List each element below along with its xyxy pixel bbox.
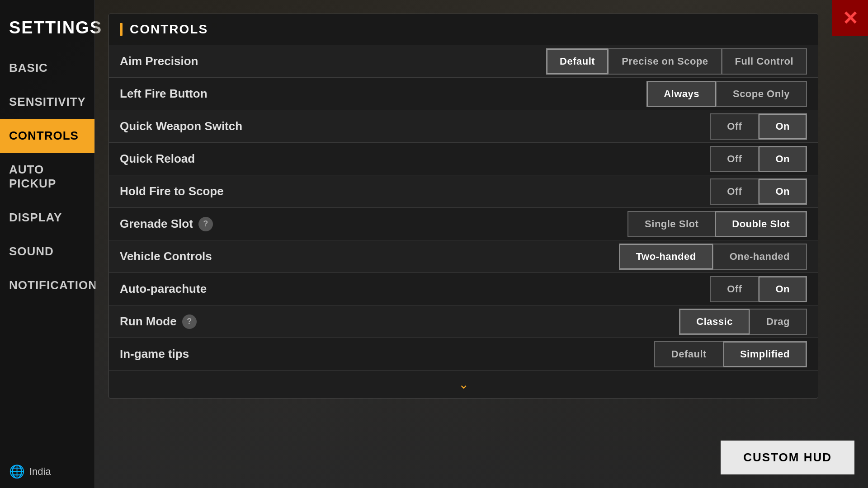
setting-label-run-mode: Run Mode? [120, 314, 679, 329]
panel-header: CONTROLS [109, 14, 818, 45]
sidebar-item-auto-pickup[interactable]: AUTO PICKUP [0, 153, 94, 201]
chevron-down-icon: ⌄ [458, 377, 469, 392]
settings-panel: CONTROLS Aim PrecisionDefaultPrecise on … [108, 14, 818, 399]
sidebar-item-basic[interactable]: BASIC [0, 51, 94, 85]
toggle-btn-hold-fire-to-scope-0[interactable]: Off [710, 178, 759, 205]
setting-row-vehicle-controls: Vehicle ControlsTwo-handedOne-handed [109, 240, 818, 273]
close-button[interactable]: ✕ [832, 0, 868, 36]
toggle-btn-left-fire-button-0[interactable]: Always [646, 81, 716, 107]
setting-row-quick-weapon-switch: Quick Weapon SwitchOffOn [109, 110, 818, 143]
sidebar: SETTINGS BASICSENSITIVITYCONTROLSAUTO PI… [0, 0, 95, 488]
toggle-btn-auto-parachute-1[interactable]: On [759, 276, 807, 302]
setting-row-hold-fire-to-scope: Hold Fire to ScopeOffOn [109, 175, 818, 208]
panel-title: CONTROLS [130, 22, 208, 37]
toggle-btn-auto-parachute-0[interactable]: Off [710, 276, 759, 302]
toggle-group-vehicle-controls: Two-handedOne-handed [619, 244, 807, 270]
settings-list: Aim PrecisionDefaultPrecise on ScopeFull… [109, 45, 818, 371]
toggle-btn-aim-precision-2[interactable]: Full Control [722, 48, 807, 75]
toggle-btn-quick-weapon-switch-0[interactable]: Off [710, 113, 759, 140]
help-icon-grenade-slot[interactable]: ? [198, 217, 213, 231]
setting-row-run-mode: Run Mode?ClassicDrag [109, 305, 818, 338]
setting-label-auto-parachute: Auto-parachute [120, 282, 710, 296]
settings-title: SETTINGS [0, 9, 94, 51]
close-icon: ✕ [842, 7, 858, 29]
sidebar-item-display[interactable]: DISPLAY [0, 201, 94, 235]
toggle-group-left-fire-button: AlwaysScope Only [646, 81, 807, 107]
setting-label-quick-weapon-switch: Quick Weapon Switch [120, 119, 710, 133]
header-indicator [120, 23, 123, 36]
custom-hud-button[interactable]: CUSTOM HUD [721, 441, 854, 474]
setting-row-aim-precision: Aim PrecisionDefaultPrecise on ScopeFull… [109, 45, 818, 78]
toggle-btn-aim-precision-1[interactable]: Precise on Scope [608, 48, 722, 75]
setting-row-grenade-slot: Grenade Slot?Single SlotDouble Slot [109, 208, 818, 240]
toggle-btn-grenade-slot-0[interactable]: Single Slot [627, 211, 715, 237]
nav-menu: BASICSENSITIVITYCONTROLSAUTO PICKUPDISPL… [0, 51, 94, 302]
region-label: India [29, 466, 51, 478]
toggle-btn-left-fire-button-1[interactable]: Scope Only [716, 81, 807, 107]
toggle-btn-quick-weapon-switch-1[interactable]: On [759, 113, 807, 140]
help-icon-run-mode[interactable]: ? [182, 314, 197, 329]
sidebar-item-notification[interactable]: NOTIFICATION [0, 268, 94, 302]
toggle-btn-in-game-tips-1[interactable]: Simplified [723, 341, 807, 367]
toggle-group-auto-parachute: OffOn [710, 276, 807, 302]
scroll-indicator[interactable]: ⌄ [109, 371, 818, 398]
toggle-group-aim-precision: DefaultPrecise on ScopeFull Control [546, 48, 807, 75]
sidebar-item-sensitivity[interactable]: SENSITIVITY [0, 85, 94, 119]
toggle-group-hold-fire-to-scope: OffOn [710, 178, 807, 205]
setting-row-in-game-tips: In-game tipsDefaultSimplified [109, 338, 818, 371]
toggle-group-quick-reload: OffOn [710, 146, 807, 172]
setting-row-quick-reload: Quick ReloadOffOn [109, 143, 818, 175]
setting-row-auto-parachute: Auto-parachuteOffOn [109, 273, 818, 305]
toggle-btn-run-mode-0[interactable]: Classic [679, 309, 750, 335]
toggle-btn-hold-fire-to-scope-1[interactable]: On [759, 178, 807, 205]
setting-row-left-fire-button: Left Fire ButtonAlwaysScope Only [109, 78, 818, 110]
main-content: ✕ CONTROLS Aim PrecisionDefaultPrecise o… [95, 0, 868, 488]
setting-label-vehicle-controls: Vehicle Controls [120, 249, 619, 263]
sidebar-footer: 🌐 India [0, 455, 94, 488]
toggle-btn-run-mode-1[interactable]: Drag [750, 309, 807, 335]
setting-label-grenade-slot: Grenade Slot? [120, 217, 627, 231]
toggle-group-grenade-slot: Single SlotDouble Slot [627, 211, 807, 237]
toggle-btn-grenade-slot-1[interactable]: Double Slot [715, 211, 807, 237]
toggle-group-run-mode: ClassicDrag [679, 309, 807, 335]
toggle-btn-quick-reload-0[interactable]: Off [710, 146, 759, 172]
setting-label-left-fire-button: Left Fire Button [120, 87, 646, 101]
globe-icon: 🌐 [9, 464, 25, 479]
toggle-btn-quick-reload-1[interactable]: On [759, 146, 807, 172]
toggle-btn-vehicle-controls-0[interactable]: Two-handed [619, 244, 713, 270]
sidebar-item-controls[interactable]: CONTROLS [0, 119, 94, 153]
setting-label-in-game-tips: In-game tips [120, 347, 654, 361]
setting-label-hold-fire-to-scope: Hold Fire to Scope [120, 184, 710, 198]
setting-label-quick-reload: Quick Reload [120, 152, 710, 166]
toggle-btn-vehicle-controls-1[interactable]: One-handed [713, 244, 807, 270]
toggle-group-quick-weapon-switch: OffOn [710, 113, 807, 140]
toggle-group-in-game-tips: DefaultSimplified [654, 341, 807, 367]
toggle-btn-aim-precision-0[interactable]: Default [546, 48, 608, 75]
setting-label-aim-precision: Aim Precision [120, 54, 546, 68]
toggle-btn-in-game-tips-0[interactable]: Default [654, 341, 723, 367]
sidebar-item-sound[interactable]: SOUND [0, 235, 94, 268]
